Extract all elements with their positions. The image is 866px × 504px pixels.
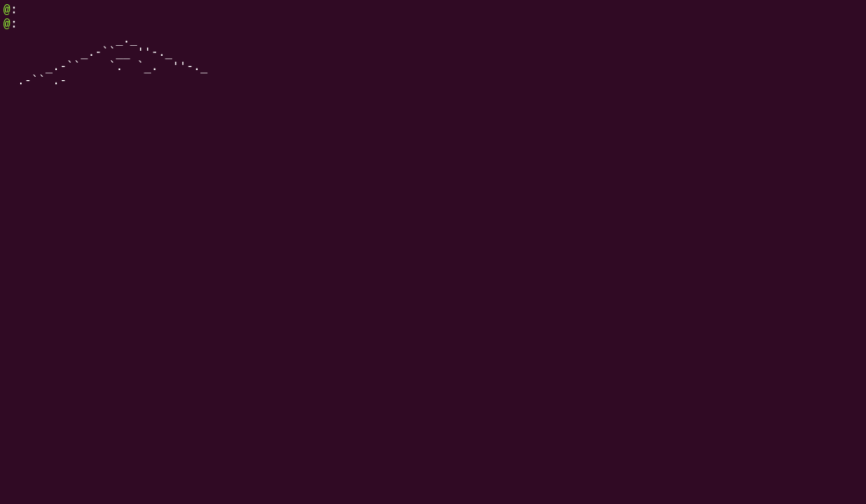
- redis-ascii-logo: _._ _.-``__ ''-._ _.-`` `. `_. ''-._ .-`…: [3, 32, 863, 88]
- prompt-line-2[interactable]: @:: [3, 18, 863, 32]
- prompt-line-1[interactable]: @:: [3, 3, 863, 18]
